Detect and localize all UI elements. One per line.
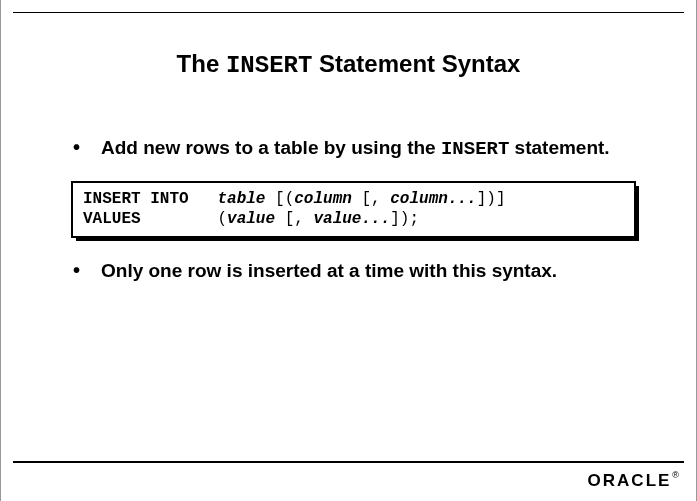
- code-plain-2: [,: [361, 190, 390, 208]
- bullet-1-keyword: INSERT: [441, 138, 509, 160]
- content-area: Add new rows to a table by using the INS…: [71, 135, 636, 303]
- title-pre: The: [177, 50, 226, 77]
- code-kw-insert-into: INSERT INTO: [83, 190, 217, 208]
- bullet-2: Only one row is inserted at a time with …: [71, 258, 636, 285]
- code-block: INSERT INTO table [(column [, column...]…: [71, 181, 636, 239]
- footer: ORACLE®: [13, 461, 684, 491]
- bullet-list-2: Only one row is inserted at a time with …: [71, 258, 636, 285]
- bullet-1: Add new rows to a table by using the INS…: [71, 135, 636, 163]
- code-kw-values: VALUES: [83, 210, 217, 228]
- bullet-2-text: Only one row is inserted at a time with …: [101, 260, 557, 281]
- trademark-icon: ®: [672, 470, 679, 480]
- code-content: INSERT INTO table [(column [, column...]…: [71, 181, 636, 239]
- slide-title: The INSERT Statement Syntax: [1, 50, 696, 79]
- code-plain-5: [,: [285, 210, 314, 228]
- code-italic-value2: value...: [313, 210, 390, 228]
- bullet-1-pre: Add new rows to a table by using the: [101, 137, 441, 158]
- top-rule: [13, 12, 684, 13]
- code-plain-6: ]);: [390, 210, 419, 228]
- code-italic-table: table: [217, 190, 275, 208]
- bullet-1-post: statement.: [509, 137, 609, 158]
- code-italic-column2: column...: [390, 190, 476, 208]
- code-italic-column1: column: [294, 190, 361, 208]
- title-post: Statement Syntax: [312, 50, 520, 77]
- code-italic-value1: value: [227, 210, 285, 228]
- title-keyword: INSERT: [226, 52, 312, 79]
- bullet-list: Add new rows to a table by using the INS…: [71, 135, 636, 163]
- code-plain-3: ])]: [477, 190, 506, 208]
- code-plain-1: [(: [275, 190, 294, 208]
- brand-logo: ORACLE®: [588, 471, 678, 491]
- slide: The INSERT Statement Syntax Add new rows…: [0, 0, 697, 501]
- code-plain-4: (: [217, 210, 227, 228]
- brand-text: ORACLE: [588, 471, 672, 490]
